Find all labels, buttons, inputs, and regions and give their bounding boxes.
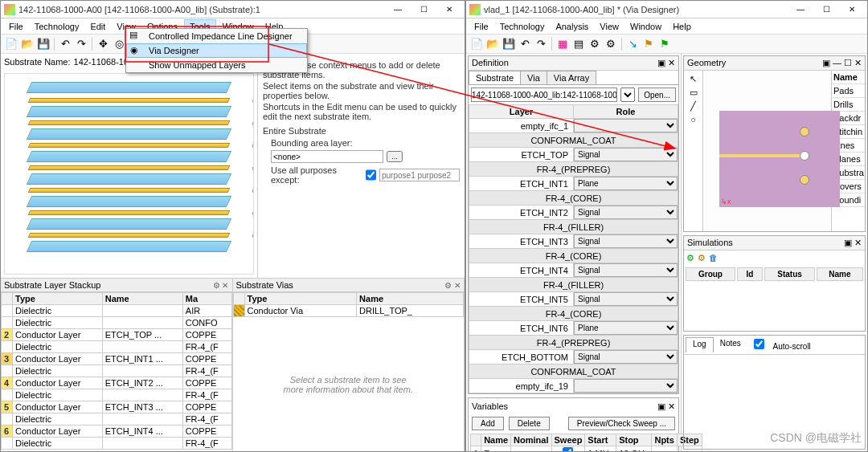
bounding-browse-button[interactable]: ... [387,151,403,162]
role-select[interactable] [574,119,678,132]
redo-icon[interactable]: ↷ [74,37,88,51]
table-row[interactable]: 5Conductor LayerETCH_INT3 ...COPPE [2,401,232,413]
menu-edit[interactable]: Edit [85,20,110,33]
maximize-button[interactable]: ☐ [411,2,436,17]
role-select[interactable]: Signal [574,350,678,364]
save-icon[interactable]: 💾 [36,37,51,51]
maximize-button[interactable]: ☐ [814,2,838,17]
flag-icon[interactable]: ⚑ [641,37,656,51]
tab-log[interactable]: Log [686,337,714,352]
table-row[interactable]: FR-4_(FILLER) [469,278,678,292]
table-row[interactable]: 3Conductor LayerETCH_INT1 ...COPPE [2,353,232,365]
tab-notes[interactable]: Notes [714,337,747,352]
table-row[interactable]: FR-4_(PREPREG) [469,336,678,350]
bounding-input[interactable] [271,150,383,163]
table-row[interactable]: 2Conductor LayerETCH_TOP ...COPPE [2,329,232,341]
table-row[interactable]: FR-4_(CORE) [469,249,678,263]
panel-undock-icon[interactable]: ▣ ✕ [844,238,862,248]
stackup-table[interactable]: Type Name Ma DielectricAIRDielectricCONF… [1,292,232,450]
table-row[interactable]: ETCH_TOPSignal [469,148,678,162]
panel-undock-icon[interactable]: ▣ ✕ [657,58,675,68]
table-row[interactable]: DielectricFR-4_(F [2,389,232,401]
minimize-button[interactable]: — [386,2,410,17]
panel-undock-icon[interactable]: ▣ ✕ [657,401,675,412]
table-row[interactable]: ETCH_INT3Signal [469,234,678,249]
role-select[interactable]: Signal [574,148,678,161]
table-row[interactable]: DielectricFR-4_(F [2,413,232,426]
rect-icon[interactable]: ▭ [690,88,698,98]
close-button[interactable]: ✕ [840,2,864,17]
delete-button[interactable]: Delete [509,417,550,430]
menu-technology[interactable]: Technology [30,20,84,33]
role-select[interactable]: Signal [574,234,678,248]
play-icon[interactable]: ⚙ [686,253,694,263]
open-icon[interactable]: 📂 [20,37,35,51]
menu-technology[interactable]: Technology [495,20,550,33]
menu-help[interactable]: Help [668,20,696,33]
layer-role-table[interactable]: LayerRole empty_ifc_1CONFORMAL_COATETCH_… [469,104,678,393]
table-row[interactable]: FR-4_(FILLER) [469,220,678,234]
menu-view[interactable]: View [595,20,624,33]
menu-window[interactable]: Window [625,20,666,33]
table-row[interactable]: FR-4_(CORE) [469,307,678,321]
undo-icon[interactable]: ↶ [518,37,532,51]
table-row[interactable]: DielectricFR-4_(F [2,438,232,450]
preview-sweep-button[interactable]: Preview/Check Sweep ... [568,417,675,430]
circle-icon[interactable]: ○ [690,115,696,124]
target-icon[interactable]: ◎ [112,37,126,51]
role-select[interactable]: Plane [574,177,678,190]
close-button[interactable]: ✕ [437,2,461,17]
table-row[interactable]: empty_ifc_1 [469,119,678,133]
auto-scroll-checkbox[interactable] [754,339,764,349]
move-icon[interactable]: ✥ [96,37,110,51]
delete-icon[interactable]: 🗑 [709,253,718,263]
table-row[interactable]: FR-4_(PREPREG) [469,162,678,177]
gear-icon[interactable]: ⚙ ✕ [213,281,229,290]
role-select[interactable]: Signal [574,263,678,277]
table-row[interactable]: DielectricAIR [2,305,232,317]
table-row[interactable]: ETCH_INT1Plane [469,177,678,191]
gear-icon[interactable]: ⚙ ✕ [444,281,461,290]
new-icon[interactable]: 📄 [4,37,18,51]
add-button[interactable]: Add [472,417,504,430]
undo-icon[interactable]: ↶ [58,37,72,51]
open-button[interactable]: Open... [638,88,676,102]
table-row[interactable]: DielectricFR-4_(F [2,365,232,377]
table-row[interactable]: DielectricCONFO [2,317,232,329]
table-row[interactable]: ETCH_INT5Signal [469,292,678,307]
stack-icon[interactable]: ▤ [571,37,586,51]
sweep-checkbox[interactable] [563,447,573,451]
layers-icon[interactable]: ▦ [555,37,570,51]
menu-item-cil-designer[interactable]: ▤ Controlled Impedance Line Designer [126,29,307,43]
tab-via[interactable]: Via [520,71,547,84]
minimize-button[interactable]: — [788,2,813,17]
tab-via-array[interactable]: Via Array [547,71,596,84]
table-row[interactable]: 1 Freq - 1 MHz 10 GHz - - [471,446,702,452]
save-icon[interactable]: 💾 [502,37,516,51]
role-select[interactable]: Signal [574,292,678,306]
table-row[interactable]: CONFORMAL_COAT [469,133,678,148]
menu-item-unmapped-layers[interactable]: Show Unmapped Layers [126,58,307,72]
role-select[interactable]: Signal [574,206,678,219]
line-icon[interactable]: ╱ [690,101,696,112]
table-row[interactable]: CONFORMAL_COAT [469,364,678,379]
substrate-path-input[interactable] [471,88,617,102]
table-row[interactable]: 4Conductor LayerETCH_INT2 ...COPPE [2,377,232,389]
gear2-icon[interactable]: ⚙ [604,37,618,51]
new-icon[interactable]: 📄 [469,37,484,51]
menu-file[interactable]: File [4,20,28,33]
table-row[interactable]: ETCH_BOTTOMSignal [469,350,678,364]
flag2-icon[interactable]: ⚑ [657,37,672,51]
substrate-3d-view[interactable]: CONFORMAL_COAT (0.3) FR-4_(CORE) (4.7) F… [4,73,254,275]
pointer-icon[interactable]: ↖ [690,74,697,84]
table-row[interactable]: empty_ifc_19 [469,379,678,393]
table-row[interactable]: DielectricFR-4_(F [2,341,232,353]
tab-substrate[interactable]: Substrate [469,71,521,84]
table-row[interactable]: 6Conductor LayerETCH_INT4 ...COPPE [2,426,232,438]
vias-table[interactable]: Type Name Conductor Via DRILL_TOP_ [233,292,465,317]
geometry-canvas[interactable]: ↳x [703,71,831,231]
menu-item-via-designer[interactable]: ◉ Via Designer [126,43,307,58]
gear-icon[interactable]: ⚙ [588,37,602,51]
open-icon[interactable]: 📂 [485,37,500,51]
purposes-input[interactable] [379,169,460,181]
